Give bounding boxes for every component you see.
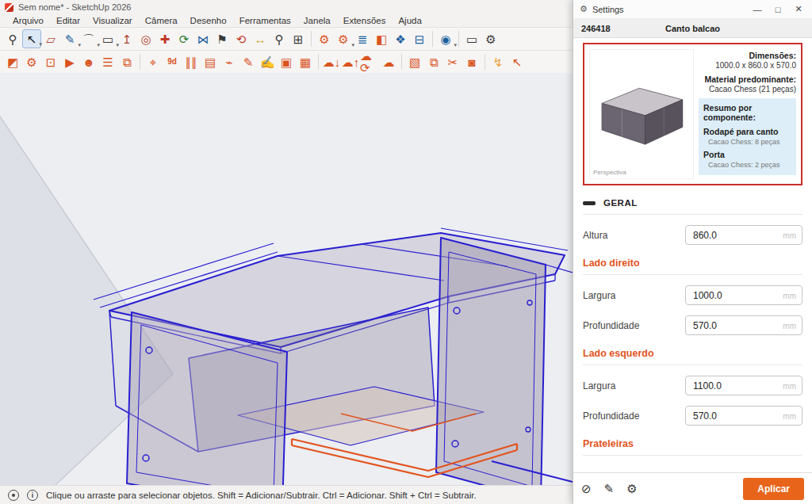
cloud-sync-button[interactable]: ☁⟳ [360, 52, 379, 71]
camera-capture-icon: ◙ [468, 56, 475, 68]
apply-button[interactable]: Aplicar [743, 478, 804, 500]
clipboard-button[interactable]: ▣ [277, 52, 296, 71]
menu-desenho[interactable]: Desenho [184, 16, 233, 25]
zoom-extents-button[interactable]: ⊞ [289, 29, 308, 48]
barcode-button[interactable]: ∥∥ [182, 52, 201, 71]
pointer-orange-button[interactable]: ↖ [508, 52, 527, 71]
account-avatar-button[interactable]: ◉▾ [436, 29, 455, 48]
client-profile-icon: ☻ [82, 56, 95, 68]
minimize-button[interactable]: — [747, 1, 768, 18]
database-panel-icon: ⊟ [415, 33, 425, 45]
cloud-icon: ☁ [383, 56, 395, 68]
move-tool-button[interactable]: ✚ [155, 29, 174, 48]
components-panel-button[interactable]: ❖ [391, 29, 410, 48]
colored-cube-button[interactable]: ◩ [3, 52, 22, 71]
flashlight-icon: ↯ [493, 56, 504, 68]
breakdown-title: Resumo por componente: [703, 103, 791, 122]
section-plane-button[interactable]: ⚑ [213, 29, 232, 48]
cut-button[interactable]: ✂ [443, 52, 462, 71]
zoom-in-tool-button[interactable]: ⚲ [270, 29, 289, 48]
pan-tool-button[interactable]: ↔ [251, 29, 270, 48]
camera-capture-button[interactable]: ◙ [462, 52, 481, 71]
approve-edit-button[interactable]: ✍ [258, 52, 277, 71]
cloud-button[interactable]: ☁ [379, 52, 398, 71]
breakdown-item-name: Rodapé para canto [703, 127, 791, 136]
menu-janela[interactable]: Janela [297, 16, 337, 25]
menu-extensoes[interactable]: Extensões [337, 16, 393, 25]
geolocation-icon[interactable] [8, 490, 19, 501]
key-button[interactable]: ⌁ [220, 52, 239, 71]
profundidade-direita-input[interactable]: mm [685, 315, 802, 335]
media-player-icon: ▶ [65, 56, 75, 68]
altura-input[interactable]: mm [685, 225, 802, 245]
pricing-button[interactable]: ⊡ [41, 52, 60, 71]
menu-ferramentas[interactable]: Ferramentas [233, 16, 297, 25]
menu-ajuda[interactable]: Ajuda [392, 16, 427, 25]
close-button[interactable]: ✕ [788, 1, 809, 18]
select-tool-icon: ↖ [27, 33, 37, 45]
rotate-90-button[interactable]: 9d [163, 52, 182, 71]
breakdown-item-detail: Cacao Chess: 8 peças [708, 138, 791, 146]
info-icon[interactable]: i [27, 490, 38, 501]
target-button[interactable]: ⌖ [144, 52, 163, 71]
toolbar-separator [318, 54, 319, 70]
layers-panel-button[interactable]: ≣ [353, 29, 372, 48]
copy-pages-button[interactable]: ⧉ [424, 52, 443, 71]
orbit-tool-button[interactable]: ⟲ [232, 29, 251, 48]
menu-arquivo[interactable]: Arquivo [6, 16, 50, 25]
new-board-button[interactable]: ▭ [462, 29, 481, 48]
viewport-canvas[interactable] [0, 73, 573, 485]
database-panel-button[interactable]: ⊟ [410, 29, 429, 48]
select-tool-button[interactable]: ↖▾ [22, 29, 41, 48]
materials-panel-button[interactable]: ◧ [372, 29, 391, 48]
calendar-button[interactable]: ▦ [296, 52, 315, 71]
media-player-button[interactable]: ▶ [60, 52, 79, 71]
client-profile-button[interactable]: ☻ [79, 52, 98, 71]
flashlight-button[interactable]: ↯ [488, 52, 508, 71]
materials-panel-icon: ◧ [376, 33, 387, 45]
calendar-icon: ▦ [300, 56, 311, 68]
arc-tool-button[interactable]: ⌒▾ [79, 29, 98, 48]
cabinet-right-door[interactable] [436, 238, 546, 485]
section-geral[interactable]: GERAL [583, 192, 802, 215]
copy-list-button[interactable]: ⧉ [117, 52, 136, 71]
printer-button[interactable]: ▤ [201, 52, 220, 71]
eraser-tool-button[interactable]: ▱ [41, 29, 60, 48]
shape-tool-button[interactable]: ▭▾ [98, 29, 117, 48]
pencil-tool-button[interactable]: ✎▾ [60, 29, 79, 48]
flip-tool-button[interactable]: ⋈ [193, 29, 213, 48]
zoom-tool-button[interactable]: ⚲ [3, 29, 22, 48]
offset-tool-button[interactable]: ◎ [136, 29, 155, 48]
plugin-gear-a-button[interactable]: ⚙ [315, 29, 334, 48]
component-preview[interactable]: Perspectiva [589, 49, 694, 179]
gear-tools-button[interactable]: ⚙ [22, 52, 41, 71]
edit-pencil-button[interactable]: ✎ [239, 52, 258, 71]
menu-camera[interactable]: Câmera [139, 16, 184, 25]
menu-visualizar[interactable]: Visualizar [86, 16, 139, 25]
rotate-tool-button[interactable]: ⟳ [174, 29, 193, 48]
settings-titlebar[interactable]: ⚙ Settings — □ ✕ [573, 0, 812, 19]
section-plane-icon: ⚑ [216, 33, 227, 45]
cloud-sync-icon: ☁⟳ [360, 50, 379, 74]
list-panel-button[interactable]: ☰ [98, 52, 117, 71]
target-icon: ⌖ [150, 56, 156, 68]
clear-button[interactable]: ⊘ [581, 482, 592, 496]
pushpull-tool-button[interactable]: ↥ [117, 29, 136, 48]
dropdown-chevron-icon[interactable]: ▾ [454, 42, 457, 48]
settings-gear-button[interactable]: ⚙ [481, 29, 500, 48]
maximize-button[interactable]: □ [768, 1, 788, 18]
cloud-upload-button[interactable]: ☁↑ [341, 52, 360, 71]
pencil-tool-icon: ✎ [65, 33, 75, 45]
edit-button[interactable]: ✎ [604, 482, 615, 496]
image-gallery-button[interactable]: ▧ [405, 52, 424, 71]
profundidade-esquerda-input[interactable]: mm [685, 406, 802, 426]
menu-editar[interactable]: Editar [50, 16, 86, 25]
largura-esquerda-input[interactable]: mm [685, 376, 802, 395]
plugin-gear-b-button[interactable]: ⚙▾ [334, 29, 353, 48]
largura-direita-input[interactable]: mm [685, 285, 802, 305]
field-altura: Altura mm [583, 225, 802, 245]
footer-settings-button[interactable]: ⚙ [626, 482, 637, 496]
collapse-icon[interactable] [583, 201, 596, 205]
cloud-download-button[interactable]: ☁↓ [322, 52, 341, 71]
dimensions-label: Dimensões: [699, 51, 796, 60]
